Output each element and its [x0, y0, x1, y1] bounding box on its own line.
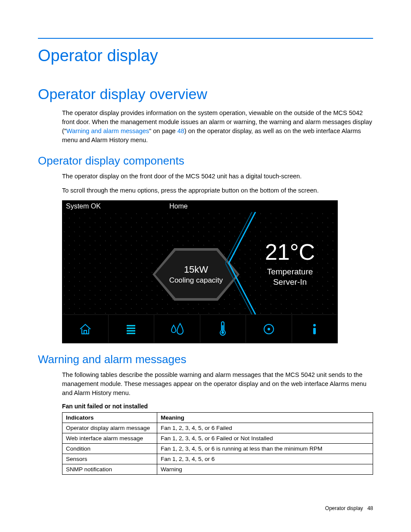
touchscreen-topbar: System OK Home [62, 201, 337, 212]
link-warning-alarm[interactable]: Warning and alarm messages [66, 128, 149, 134]
thermometer-icon [215, 321, 230, 337]
nav-home-button[interactable] [62, 315, 109, 343]
components-p1: The operator display on the front door o… [62, 172, 373, 181]
svg-rect-10 [313, 328, 316, 334]
table-row: Operator display alarm message Fan 1, 2,… [62, 423, 373, 433]
table-row: Sensors Fan 1, 2, 3, 4, 5, or 6 [62, 454, 373, 464]
cell-meaning: Fan 1, 2, 3, 4, 5, or 6 Failed [157, 423, 373, 433]
subsection-title-components: Operator display components [38, 154, 373, 168]
cell-indicator: Operator display alarm message [62, 423, 157, 433]
cell-meaning: Fan 1, 2, 3, 4, 5, or 6 is running at le… [157, 444, 373, 454]
nav-temperature-button[interactable] [200, 315, 246, 343]
menu-icon [124, 322, 138, 336]
page-footer: Operator display 48 [325, 505, 373, 511]
footer-page: 48 [367, 505, 373, 511]
table-row: Condition Fan 1, 2, 3, 4, 5, or 6 is run… [62, 444, 373, 454]
th-indicators: Indicators [62, 413, 157, 423]
home-icon [78, 322, 93, 336]
footer-section: Operator display [325, 505, 363, 511]
operator-display-figure: System OK Home 15kW Cooling capacity 21°… [62, 200, 338, 343]
temperature-label-line2: Server-In [273, 277, 307, 286]
temperature-label: Temperature Server-In [267, 267, 313, 287]
cooling-capacity-label: Cooling capacity [169, 276, 223, 285]
humidity-icon [168, 322, 186, 336]
cell-indicator: Sensors [62, 454, 157, 464]
table-row: Web interface alarm message Fan 1, 2, 3,… [62, 433, 373, 444]
info-icon [307, 322, 322, 336]
warning-p1: The following tables describe the possib… [62, 370, 373, 398]
cell-indicator: Condition [62, 444, 157, 454]
temperature-panel[interactable]: 21°C Temperature Server-In [243, 212, 337, 314]
svg-point-9 [313, 324, 316, 327]
system-status-label: System OK [66, 202, 152, 210]
nav-humidity-button[interactable] [154, 315, 200, 343]
th-meaning: Meaning [157, 413, 373, 423]
table-row: SNMP notification Warning [62, 464, 373, 475]
svg-rect-0 [84, 330, 87, 334]
nav-target-button[interactable] [246, 315, 292, 343]
cell-meaning: Warning [157, 464, 373, 475]
overview-paragraph: The operator display provides informatio… [62, 109, 373, 145]
cell-meaning: Fan 1, 2, 3, 4, 5, or 6 [157, 454, 373, 464]
temperature-value: 21°C [265, 239, 315, 265]
touchscreen-nav [62, 314, 337, 343]
section-title-overview: Operator display overview [38, 86, 373, 103]
cell-indicator: Web interface alarm message [62, 433, 157, 444]
screen-name-label: Home [152, 202, 334, 210]
cell-indicator: SNMP notification [62, 464, 157, 475]
temperature-label-line1: Temperature [267, 267, 313, 276]
top-rule [38, 38, 373, 39]
subsection-title-warning: Warning and alarm messages [38, 353, 373, 366]
table-caption-fan: Fan unit failed or not installed [62, 403, 373, 410]
nav-menu-button[interactable] [109, 315, 155, 343]
nav-info-button[interactable] [292, 315, 338, 343]
touchscreen-main: 15kW Cooling capacity 21°C Temperature S… [62, 212, 337, 314]
link-page-48[interactable]: 48 [177, 128, 184, 134]
cell-meaning: Fan 1, 2, 3, 4, 5, or 6 Failed or Not In… [157, 433, 373, 444]
cooling-capacity-value: 15kW [184, 264, 208, 275]
table-header-row: Indicators Meaning [62, 413, 373, 423]
alarm-table-fan: Indicators Meaning Operator display alar… [62, 412, 373, 475]
overview-text-b: " on page [149, 128, 177, 134]
chapter-title: Operator display [38, 47, 373, 65]
svg-point-8 [268, 328, 270, 330]
components-p2: To scroll through the menu options, pres… [62, 186, 373, 195]
target-icon [262, 322, 276, 336]
